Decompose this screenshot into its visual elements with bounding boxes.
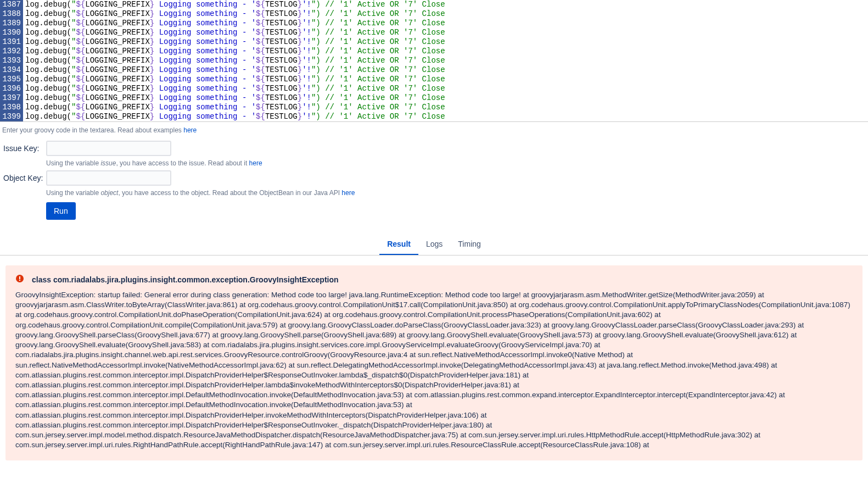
line-number: 1390: [0, 28, 23, 37]
code-line[interactable]: 1394log.debug("${LOGGING_PREFIX} Logging…: [0, 65, 868, 75]
code-content[interactable]: log.debug("${LOGGING_PREFIX} Logging som…: [23, 56, 445, 65]
code-line[interactable]: 1388log.debug("${LOGGING_PREFIX} Logging…: [0, 9, 868, 19]
error-icon: [15, 274, 24, 285]
line-number: 1394: [0, 65, 23, 75]
object-key-row: Object Key: Using the variable object, y…: [3, 170, 865, 197]
code-line[interactable]: 1399log.debug("${LOGGING_PREFIX} Logging…: [0, 112, 868, 121]
issue-key-label: Issue Key:: [3, 141, 46, 153]
result-panel: class com.riadalabs.jira.plugins.insight…: [5, 265, 863, 460]
code-content[interactable]: log.debug("${LOGGING_PREFIX} Logging som…: [23, 112, 445, 121]
code-content[interactable]: log.debug("${LOGGING_PREFIX} Logging som…: [23, 47, 445, 56]
code-line[interactable]: 1391log.debug("${LOGGING_PREFIX} Logging…: [0, 37, 868, 47]
editor-help-link[interactable]: here: [183, 126, 197, 134]
code-line[interactable]: 1398log.debug("${LOGGING_PREFIX} Logging…: [0, 103, 868, 112]
code-line[interactable]: 1396log.debug("${LOGGING_PREFIX} Logging…: [0, 84, 868, 93]
code-content[interactable]: log.debug("${LOGGING_PREFIX} Logging som…: [23, 37, 445, 47]
line-number: 1398: [0, 103, 23, 112]
code-content[interactable]: log.debug("${LOGGING_PREFIX} Logging som…: [23, 93, 445, 103]
code-line[interactable]: 1397log.debug("${LOGGING_PREFIX} Logging…: [0, 93, 868, 103]
tab-timing[interactable]: Timing: [450, 235, 489, 255]
line-number: 1395: [0, 75, 23, 84]
code-line[interactable]: 1389log.debug("${LOGGING_PREFIX} Logging…: [0, 19, 868, 28]
line-number: 1389: [0, 19, 23, 28]
code-line[interactable]: 1387log.debug("${LOGGING_PREFIX} Logging…: [0, 0, 868, 9]
line-number: 1399: [0, 112, 23, 121]
stacktrace: GroovyInsightException: startup failed: …: [15, 290, 853, 451]
code-content[interactable]: log.debug("${LOGGING_PREFIX} Logging som…: [23, 19, 445, 28]
run-button[interactable]: Run: [46, 202, 76, 220]
issue-key-help: Using the variable issue, you have acces…: [46, 159, 262, 167]
form-section: Issue Key: Using the variable issue, you…: [0, 136, 868, 224]
code-content[interactable]: log.debug("${LOGGING_PREFIX} Logging som…: [23, 84, 445, 93]
code-content[interactable]: log.debug("${LOGGING_PREFIX} Logging som…: [23, 103, 445, 112]
object-help-link[interactable]: here: [341, 189, 355, 197]
line-number: 1387: [0, 0, 23, 9]
code-editor[interactable]: 1387log.debug("${LOGGING_PREFIX} Logging…: [0, 0, 868, 122]
object-key-help: Using the variable object, you have acce…: [46, 189, 355, 197]
code-line[interactable]: 1395log.debug("${LOGGING_PREFIX} Logging…: [0, 75, 868, 84]
editor-help-text: Enter your groovy code in the textarea. …: [0, 122, 868, 136]
object-key-label: Object Key:: [3, 170, 46, 182]
code-content[interactable]: log.debug("${LOGGING_PREFIX} Logging som…: [23, 0, 445, 9]
line-number: 1391: [0, 37, 23, 47]
object-key-input[interactable]: [46, 170, 171, 186]
code-line[interactable]: 1393log.debug("${LOGGING_PREFIX} Logging…: [0, 56, 868, 65]
tab-logs[interactable]: Logs: [418, 235, 450, 255]
editor-help-prefix: Enter your groovy code in the textarea. …: [2, 126, 183, 134]
line-number: 1393: [0, 56, 23, 65]
line-number: 1392: [0, 47, 23, 56]
code-line[interactable]: 1390log.debug("${LOGGING_PREFIX} Logging…: [0, 28, 868, 37]
issue-key-row: Issue Key: Using the variable issue, you…: [3, 141, 865, 167]
code-content[interactable]: log.debug("${LOGGING_PREFIX} Logging som…: [23, 9, 445, 19]
code-content[interactable]: log.debug("${LOGGING_PREFIX} Logging som…: [23, 28, 445, 37]
exception-title: class com.riadalabs.jira.plugins.insight…: [32, 275, 339, 284]
issue-key-input[interactable]: [46, 141, 171, 156]
code-content[interactable]: log.debug("${LOGGING_PREFIX} Logging som…: [23, 65, 445, 75]
issue-help-link[interactable]: here: [249, 159, 262, 167]
line-number: 1396: [0, 84, 23, 93]
line-number: 1397: [0, 93, 23, 103]
tabs: Result Logs Timing: [0, 235, 868, 255]
svg-rect-1: [19, 276, 20, 279]
svg-rect-2: [19, 280, 20, 281]
line-number: 1388: [0, 9, 23, 19]
tab-result[interactable]: Result: [379, 235, 418, 255]
code-content[interactable]: log.debug("${LOGGING_PREFIX} Logging som…: [23, 75, 445, 84]
code-line[interactable]: 1392log.debug("${LOGGING_PREFIX} Logging…: [0, 47, 868, 56]
